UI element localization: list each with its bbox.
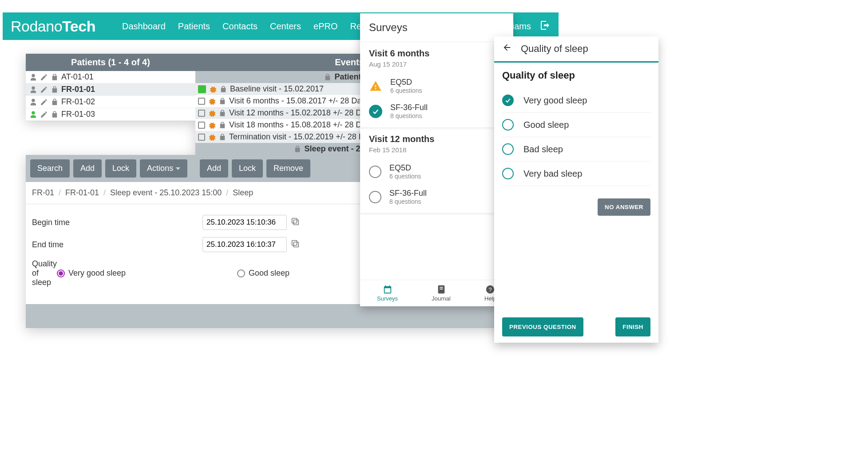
checkbox-icon[interactable] — [198, 110, 205, 117]
nav-contacts[interactable]: Contacts — [222, 21, 258, 32]
brand-logo: RodanoTech — [11, 18, 95, 35]
gear-icon[interactable] — [208, 133, 216, 141]
nav-patients[interactable]: Patients — [178, 21, 210, 32]
lock-icon[interactable] — [218, 97, 226, 105]
lock-icon[interactable] — [51, 86, 59, 94]
end-time-input[interactable] — [202, 237, 287, 252]
nav-surveys[interactable]: Surveys — [377, 285, 398, 302]
mobile-bottom-nav: Surveys Journal ?Help — [360, 280, 513, 306]
survey-name: SF-36-Full — [389, 189, 427, 198]
checkbox-icon[interactable] — [198, 122, 205, 129]
checkbox-icon[interactable] — [198, 98, 205, 105]
status-done-icon — [198, 85, 206, 93]
gear-icon[interactable] — [208, 97, 216, 105]
survey-name: EQ5D — [389, 163, 421, 173]
no-answer-button[interactable]: NO ANSWER — [598, 198, 650, 216]
breadcrumb-item[interactable]: Sleep event - 25.10.2023 15:00 — [110, 188, 222, 198]
radio-icon — [502, 168, 514, 179]
visit-date: Aug 15 2017 — [369, 60, 504, 68]
patient-row[interactable]: FR-01-01 — [26, 83, 195, 96]
add-event-button[interactable]: Add — [200, 159, 228, 178]
lock-icon[interactable] — [218, 109, 226, 117]
mobile-surveys-card: Surveys Visit 6 monthsAug 15 2017EQ5D6 q… — [360, 13, 513, 306]
back-icon[interactable] — [502, 43, 512, 55]
nav-dashboard[interactable]: Dashboard — [122, 21, 166, 32]
patient-id: FR-01-01 — [61, 85, 95, 94]
logout-icon[interactable] — [540, 20, 551, 33]
event-label: Visit 12 months - 15.02.2018 +/- 28 Days — [229, 108, 374, 118]
lock-icon — [324, 73, 332, 81]
radio-icon — [57, 269, 65, 277]
mobile-question-card: Quality of sleep Quality of sleep Very g… — [494, 36, 658, 343]
answer-option[interactable]: Very good sleep — [502, 88, 650, 113]
patient-row[interactable]: FR-01-03 — [26, 108, 195, 121]
mobile-question-title: Quality of sleep — [521, 43, 588, 55]
breadcrumb-item[interactable]: FR-01-01 — [65, 188, 99, 198]
remove-event-button[interactable]: Remove — [266, 159, 310, 178]
lock-icon[interactable] — [219, 85, 227, 93]
add-button[interactable]: Add — [73, 159, 102, 178]
copy-icon[interactable] — [287, 217, 300, 229]
survey-item[interactable]: EQ5D6 questions — [369, 159, 504, 184]
search-button[interactable]: Search — [30, 159, 70, 178]
circle-icon — [369, 166, 381, 178]
person-icon — [29, 98, 37, 106]
lock-event-button[interactable]: Lock — [232, 159, 263, 178]
answer-option[interactable]: Good sleep — [502, 113, 650, 137]
copy-icon[interactable] — [287, 239, 300, 251]
lock-icon[interactable] — [51, 98, 59, 106]
survey-item[interactable]: EQ5D6 questions — [369, 73, 504, 99]
survey-questions: 8 questions — [390, 112, 428, 119]
survey-name: SF-36-Full — [390, 103, 428, 112]
actions-button[interactable]: Actions — [140, 159, 187, 178]
gear-icon[interactable] — [209, 85, 217, 93]
answer-option[interactable]: Very bad sleep — [502, 162, 650, 186]
person-icon — [29, 111, 37, 119]
survey-visit-block: Visit 12 monthsFeb 15 2018EQ5D6 question… — [360, 128, 513, 214]
begin-time-label: Begin time — [32, 218, 202, 227]
nav-epro[interactable]: ePRO — [313, 21, 337, 32]
lock-icon[interactable] — [218, 121, 226, 129]
nav-journal[interactable]: Journal — [432, 285, 451, 302]
check-icon — [369, 105, 382, 118]
finish-button[interactable]: FINISH — [615, 317, 650, 336]
answer-label: Good sleep — [523, 120, 569, 130]
nav-centers[interactable]: Centers — [270, 21, 301, 32]
answer-label: Bad sleep — [523, 144, 563, 154]
lock-icon[interactable] — [51, 73, 59, 81]
breadcrumb-item[interactable]: FR-01 — [32, 188, 54, 198]
qos-option[interactable]: Very good sleep — [57, 269, 227, 278]
pencil-icon[interactable] — [40, 98, 48, 106]
chevron-down-icon — [176, 167, 180, 170]
brand-bold: Tech — [62, 18, 95, 35]
gear-icon[interactable] — [208, 121, 216, 129]
visit-title: Visit 6 months — [369, 48, 504, 59]
patient-id: FR-01-03 — [61, 110, 95, 119]
survey-item[interactable]: SF-36-Full8 questions — [369, 184, 504, 210]
pencil-icon[interactable] — [40, 86, 48, 94]
lock-icon[interactable] — [51, 111, 59, 119]
radio-icon — [502, 119, 514, 131]
warning-icon — [369, 79, 382, 93]
breadcrumb-item[interactable]: Sleep — [233, 188, 253, 198]
svg-text:?: ? — [489, 286, 492, 293]
survey-visit-block: Visit 6 monthsAug 15 2017EQ5D6 questions… — [360, 42, 513, 128]
survey-questions: 8 questions — [389, 198, 427, 205]
checkbox-icon[interactable] — [198, 134, 205, 141]
survey-item[interactable]: SF-36-Full8 questions — [369, 99, 504, 124]
event-label: Visit 6 months - 15.08.2017 +/- 28 Days — [229, 96, 369, 106]
mobile-surveys-title: Surveys — [360, 13, 513, 42]
pencil-icon[interactable] — [40, 111, 48, 119]
answer-option[interactable]: Bad sleep — [502, 137, 650, 162]
form-footer — [26, 304, 517, 328]
lock-icon[interactable] — [218, 133, 226, 141]
previous-question-button[interactable]: PREVIOUS QUESTION — [502, 317, 583, 336]
patient-row[interactable]: FR-01-02 — [26, 96, 195, 108]
svg-rect-0 — [293, 220, 298, 225]
gear-icon[interactable] — [208, 109, 216, 117]
pencil-icon[interactable] — [40, 73, 48, 81]
patient-row[interactable]: AT-01-01 — [26, 71, 195, 83]
begin-time-input[interactable] — [202, 215, 287, 230]
lock-button[interactable]: Lock — [105, 159, 136, 178]
visit-date: Feb 15 2018 — [369, 146, 504, 154]
